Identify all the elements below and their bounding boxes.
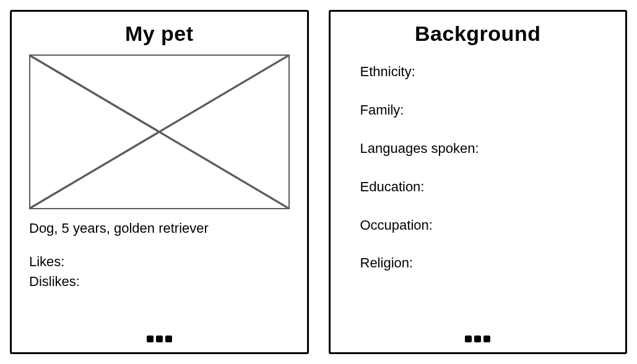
field-religion: Religion: [360, 253, 602, 273]
background-fields-list: Ethnicity: Family: Languages spoken: Edu… [348, 54, 609, 336]
field-languages: Languages spoken: [360, 139, 602, 158]
field-ethnicity: Ethnicity: [360, 62, 602, 82]
pet-image-placeholder[interactable] [29, 54, 290, 209]
dot-icon [474, 336, 481, 342]
pet-card: My pet Dog, 5 years, golden retriever Li… [10, 10, 309, 354]
field-occupation: Occupation: [360, 215, 602, 235]
pet-dislikes-label: Dislikes: [29, 272, 290, 292]
pet-likes-label: Likes: [29, 252, 290, 272]
pet-details-text: Dog, 5 years, golden retriever [29, 218, 290, 238]
dot-icon [465, 336, 472, 342]
dot-icon [156, 336, 163, 342]
field-family: Family: [360, 100, 602, 120]
dot-icon [165, 336, 172, 342]
placeholder-x-icon [30, 56, 288, 208]
field-education: Education: [360, 177, 602, 197]
pet-card-title: My pet [29, 22, 290, 46]
background-card-title: Background [348, 22, 609, 46]
background-card: Background Ethnicity: Family: Languages … [329, 10, 628, 354]
background-card-more-icon[interactable] [348, 336, 609, 346]
dot-icon [147, 336, 154, 342]
dot-icon [483, 336, 490, 342]
pet-card-more-icon[interactable] [29, 336, 290, 346]
